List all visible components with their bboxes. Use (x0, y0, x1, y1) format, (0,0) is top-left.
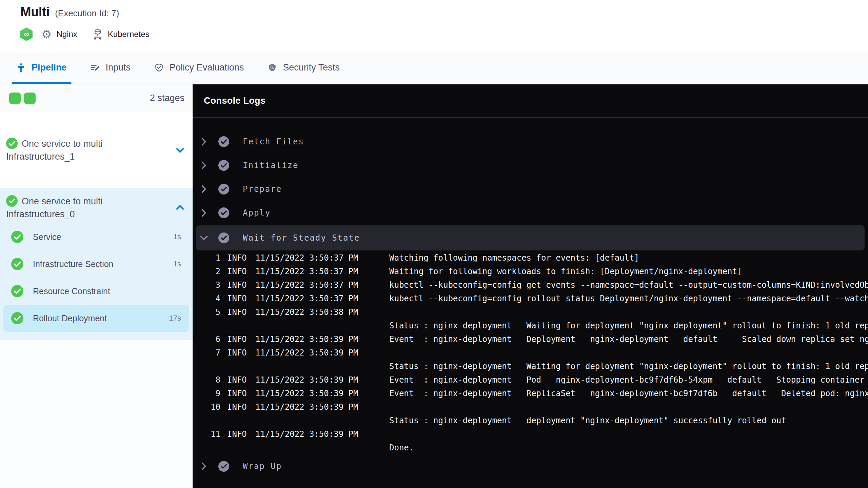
log-message: Done. (389, 441, 868, 454)
success-check-icon (6, 195, 18, 207)
log-level: INFO (220, 305, 255, 319)
step-success-icon (218, 207, 229, 218)
log-timestamp: 11/15/2022 3:50:37 PM (255, 278, 389, 292)
stage-text: One service to multi Infrastructures_0 (6, 195, 175, 221)
log-timestamp: 11/15/2022 3:50:38 PM (255, 305, 389, 319)
tab-security-tests[interactable]: Security Tests (268, 51, 340, 84)
log-message: Event : nginx-deployment ReplicaSet ngin… (389, 387, 868, 400)
log-message: Status : nginx-deployment Waiting for de… (389, 360, 868, 373)
chevron-right-icon[interactable] (199, 462, 208, 471)
log-line-number: 5 (193, 305, 220, 319)
stage-text: One service to multi Infrastructures_1 (6, 137, 175, 163)
log-line-number (193, 319, 220, 332)
shield-check-icon (154, 63, 164, 73)
tab-pipeline[interactable]: Pipeline (16, 51, 67, 84)
log-message: kubectl --kubeconfig=config rollout stat… (389, 292, 868, 305)
console-step-initialize[interactable]: Initialize (193, 154, 868, 177)
log-timestamp: 11/15/2022 3:50:39 PM (255, 427, 389, 441)
console-step-apply[interactable]: Apply (193, 201, 868, 225)
log-line-number: 4 (193, 292, 220, 305)
step-list: Service 1s Infrastructure Section 1s Res… (3, 223, 189, 332)
log-message (389, 346, 868, 360)
log-line-number: 7 (193, 346, 220, 360)
log-timestamp: 11/15/2022 3:50:39 PM (255, 387, 389, 400)
tab-security-tests-label: Security Tests (283, 62, 340, 73)
log-line-number: 1 (193, 251, 220, 265)
log-level: INFO (220, 373, 255, 387)
chevron-right-icon[interactable] (199, 185, 208, 194)
console-step-label: Wrap Up (243, 462, 282, 471)
step-item-infrastructure-section[interactable]: Infrastructure Section 1s (3, 250, 189, 278)
console-step-prepare[interactable]: Prepare (193, 177, 868, 201)
log-timestamp: 11/15/2022 3:50:37 PM (255, 265, 389, 278)
console-step-label: Initialize (243, 161, 299, 170)
log-line: 11INFO11/15/2022 3:50:39 PM (193, 427, 868, 441)
step-success-icon (218, 160, 229, 171)
step-duration: 17s (169, 314, 181, 323)
connector-row: ∞ ⚙ Nginx Kubernetes (20, 27, 868, 41)
console-body: Fetch Files Initialize Prepare (193, 118, 868, 488)
tab-policy-evaluations-label: Policy Evaluations (170, 62, 244, 73)
console-step-label: Apply (243, 208, 271, 218)
log-line: 9INFO11/15/2022 3:50:39 PMEvent : nginx-… (193, 387, 868, 400)
log-timestamp: 11/15/2022 3:50:39 PM (255, 332, 389, 346)
log-timestamp: 11/15/2022 3:50:39 PM (255, 346, 389, 360)
stage-section-infrastructures-0: One service to multi Infrastructures_0 S… (0, 188, 193, 340)
log-timestamp (255, 441, 389, 454)
log-timestamp: 11/15/2022 3:50:39 PM (255, 373, 389, 387)
tab-inputs[interactable]: Inputs (91, 51, 131, 84)
log-timestamp (255, 319, 389, 332)
main-content: 2 stages One service to multi Infrastruc… (0, 84, 868, 488)
log-level: INFO (220, 278, 255, 292)
console-step-wait-for-steady-state[interactable]: Wait for Steady State (196, 225, 865, 250)
log-line: 1INFO11/15/2022 3:50:37 PMWatching follo… (193, 251, 868, 265)
log-line-number: 8 (193, 373, 220, 387)
step-item-service[interactable]: Service 1s (3, 223, 189, 250)
stage-item-infrastructures-0[interactable]: One service to multi Infrastructures_0 (3, 195, 189, 221)
log-message (389, 400, 868, 414)
log-message (389, 427, 868, 441)
chevron-down-icon[interactable] (175, 145, 185, 155)
chevron-up-icon[interactable] (175, 203, 185, 213)
stage-count-label: 2 stages (150, 93, 184, 103)
console-step-label: Wait for Steady State (243, 233, 360, 243)
chevron-right-icon[interactable] (199, 137, 208, 146)
log-line-number (193, 360, 220, 373)
stage-label: One service to multi Infrastructures_0 (6, 196, 103, 219)
console-step-wrap-up[interactable]: Wrap Up (193, 454, 868, 478)
log-line: 5INFO11/15/2022 3:50:38 PM (193, 305, 868, 319)
log-line-number: 10 (193, 400, 220, 414)
step-label: Service (33, 232, 61, 242)
stages-summary-header: 2 stages (0, 84, 193, 112)
chevron-right-icon[interactable] (199, 161, 208, 170)
stage-item-infrastructures-1[interactable]: One service to multi Infrastructures_1 (0, 112, 193, 188)
step-item-resource-constraint[interactable]: Resource Constraint (3, 278, 189, 305)
step-label: Infrastructure Section (33, 259, 114, 269)
console-panel: Console Logs Fetch Files Initialize (193, 84, 868, 488)
stage-success-square (24, 93, 36, 104)
log-message: Status : nginx-deployment Waiting for de… (389, 319, 868, 332)
tab-inputs-label: Inputs (106, 62, 131, 73)
stage-label: One service to multi Infrastructures_1 (6, 139, 103, 162)
tab-policy-evaluations[interactable]: Policy Evaluations (154, 51, 244, 84)
log-line: 3INFO11/15/2022 3:50:37 PMkubectl --kube… (193, 278, 868, 292)
log-message (389, 305, 868, 319)
console-step-fetch-files[interactable]: Fetch Files (193, 130, 868, 154)
log-level: INFO (220, 427, 255, 441)
log-level: INFO (220, 292, 255, 305)
log-message: Status : nginx-deployment deployment "ng… (389, 414, 868, 427)
log-timestamp (255, 360, 389, 373)
log-level (220, 360, 255, 373)
page-title: Multi (20, 5, 50, 19)
success-check-icon (11, 312, 23, 324)
chevron-right-icon[interactable] (199, 208, 208, 217)
success-check-icon (11, 285, 23, 297)
log-line: 10INFO11/15/2022 3:50:39 PM (193, 400, 868, 414)
console-step-label: Prepare (243, 184, 282, 194)
chevron-down-icon[interactable] (199, 235, 208, 241)
harness-module-icon: ∞ (20, 27, 33, 41)
log-level: INFO (220, 400, 255, 414)
step-item-rollout-deployment[interactable]: Rollout Deployment 17s (3, 305, 189, 332)
gear-icon: ⚙ (41, 28, 52, 40)
step-duration: 1s (173, 260, 181, 268)
